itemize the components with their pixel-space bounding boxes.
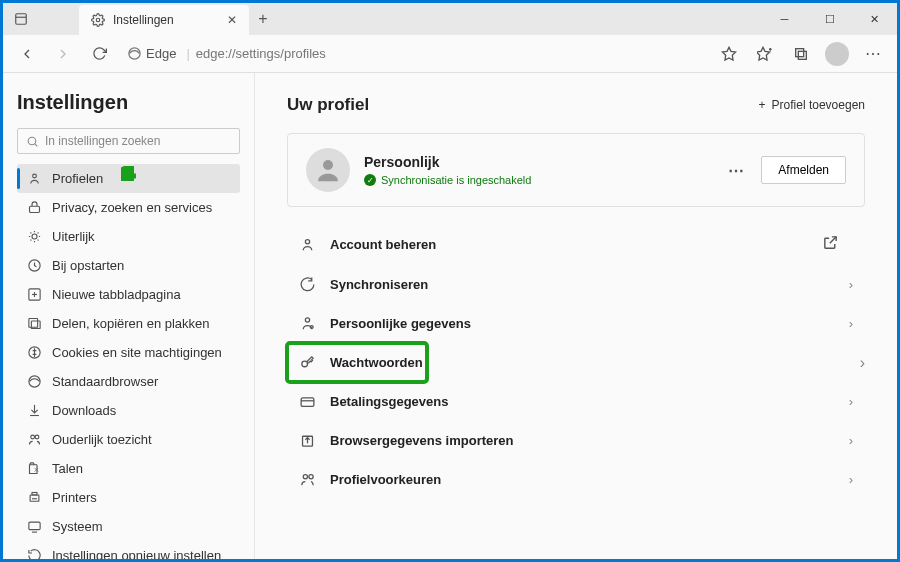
more-button[interactable]: ⋯	[857, 38, 889, 70]
svg-rect-8	[798, 51, 806, 59]
chevron-right-icon: ›	[849, 394, 853, 409]
chevron-right-icon: ›	[849, 472, 853, 487]
sidebar-icon	[27, 548, 42, 559]
minimize-button[interactable]: ─	[762, 3, 807, 35]
sidebar-icon	[27, 287, 42, 302]
menu-item-label: Synchroniseren	[330, 277, 428, 292]
favorites-button[interactable]	[749, 38, 781, 70]
svg-rect-13	[30, 206, 40, 212]
sidebar-item-nieuwe-tabbladpagina[interactable]: Nieuwe tabbladpagina	[17, 280, 240, 309]
svg-rect-0	[16, 14, 27, 25]
sidebar-item-label: Nieuwe tabbladpagina	[52, 287, 181, 302]
menu-icon	[299, 276, 316, 293]
signout-button[interactable]: Afmelden	[761, 156, 846, 184]
svg-marker-4	[722, 47, 735, 60]
svg-point-36	[305, 318, 309, 322]
svg-rect-39	[301, 398, 314, 407]
svg-rect-19	[29, 319, 38, 328]
sidebar-item-ouderlijk-toezicht[interactable]: Ouderlijk toezicht	[17, 425, 240, 454]
svg-point-43	[303, 475, 307, 479]
sidebar-item-label: Standaardbrowser	[52, 374, 158, 389]
profile-card: Persoonlijk ✓ Synchronisatie is ingescha…	[287, 133, 865, 207]
svg-point-11	[33, 174, 37, 178]
sidebar-item-cookies-en-site-machtigingen[interactable]: Cookies en site machtigingen	[17, 338, 240, 367]
sidebar-item-talen[interactable]: Talen	[17, 454, 240, 483]
svg-rect-7	[796, 48, 804, 56]
menu-item-betalingsgegevens[interactable]: Betalingsgegevens›	[287, 382, 865, 421]
menu-item-label: Wachtwoorden	[330, 355, 423, 370]
svg-point-2	[96, 18, 100, 22]
menu-item-synchroniseren[interactable]: Synchroniseren›	[287, 265, 865, 304]
profile-more-button[interactable]: ⋯	[728, 161, 745, 180]
menu-icon	[299, 315, 316, 332]
sidebar-item-label: Profielen	[52, 171, 103, 186]
sidebar-icon	[27, 258, 42, 273]
read-aloud-button[interactable]	[713, 38, 745, 70]
menu-item-profielvoorkeuren[interactable]: Profielvoorkeuren›	[287, 460, 865, 499]
sidebar-item-uiterlijk[interactable]: Uiterlijk	[17, 222, 240, 251]
svg-line-10	[35, 143, 38, 146]
svg-point-14	[32, 234, 37, 239]
menu-item-label: Account beheren	[330, 237, 436, 252]
search-icon	[26, 135, 39, 148]
sidebar-icon	[27, 490, 42, 505]
sidebar-item-instellingen-opnieuw-instellen[interactable]: Instellingen opnieuw instellen	[17, 541, 240, 559]
sidebar-icon	[27, 432, 42, 447]
maximize-button[interactable]: ☐	[807, 3, 852, 35]
browser-tab[interactable]: Instellingen ✕	[79, 5, 249, 35]
sidebar-item-downloads[interactable]: Downloads	[17, 396, 240, 425]
svg-point-22	[29, 376, 40, 387]
sidebar-item-profielen[interactable]: Profielen	[17, 164, 240, 193]
sidebar-icon	[27, 316, 42, 331]
chevron-right-icon: ›	[849, 277, 853, 292]
sidebar-title: Instellingen	[17, 91, 240, 114]
menu-item-wachtwoorden[interactable]: Wachtwoorden	[287, 343, 427, 382]
profile-menu: Account beherenSynchroniseren›Persoonlij…	[287, 223, 865, 499]
svg-point-35	[305, 239, 309, 243]
menu-item-label: Betalingsgegevens	[330, 394, 449, 409]
menu-item-browsergegevens-importeren[interactable]: Browsergegevens importeren›	[287, 421, 865, 460]
profile-avatar[interactable]	[821, 38, 853, 70]
app-icon	[3, 12, 39, 26]
sidebar-item-delen-kopi-ren-en-plakken[interactable]: Delen, kopiëren en plakken	[17, 309, 240, 338]
chevron-right-icon: ›	[849, 316, 853, 331]
browser-name: Edge	[146, 46, 176, 61]
plus-icon: +	[759, 98, 766, 112]
sidebar-item-label: Cookies en site machtigingen	[52, 345, 222, 360]
sidebar-item-privacy-zoeken-en-services[interactable]: Privacy, zoeken en services	[17, 193, 240, 222]
page-title: Uw profiel	[287, 95, 369, 115]
svg-rect-27	[32, 493, 37, 496]
chevron-right-icon: ›	[860, 354, 865, 372]
menu-item-account-beheren[interactable]: Account beheren	[287, 223, 865, 265]
address-bar: Edge | edge://settings/profiles ⋯	[3, 35, 897, 73]
sidebar-item-printers[interactable]: Printers	[17, 483, 240, 512]
svg-point-37	[310, 326, 313, 329]
sidebar-item-label: Instellingen opnieuw instellen	[52, 548, 221, 559]
menu-item-label: Browsergegevens importeren	[330, 433, 514, 448]
svg-point-24	[31, 435, 35, 439]
svg-rect-26	[30, 495, 39, 501]
new-tab-button[interactable]: +	[249, 10, 277, 28]
svg-point-25	[35, 435, 39, 439]
menu-icon	[299, 432, 316, 449]
titlebar: Instellingen ✕ + ─ ☐ ✕	[3, 3, 897, 35]
refresh-button[interactable]	[83, 38, 115, 70]
svg-point-3	[129, 48, 140, 59]
sidebar-item-standaardbrowser[interactable]: Standaardbrowser	[17, 367, 240, 396]
sidebar-item-systeem[interactable]: Systeem	[17, 512, 240, 541]
close-tab-icon[interactable]: ✕	[227, 13, 237, 27]
forward-button[interactable]	[47, 38, 79, 70]
close-button[interactable]: ✕	[852, 3, 897, 35]
sidebar-nav: ProfielenPrivacy, zoeken en servicesUite…	[17, 164, 240, 559]
collections-button[interactable]	[785, 38, 817, 70]
menu-item-persoonlijke-gegevens[interactable]: Persoonlijke gegevens›	[287, 304, 865, 343]
back-button[interactable]	[11, 38, 43, 70]
menu-icon	[299, 471, 316, 488]
sidebar-item-bij-opstarten[interactable]: Bij opstarten	[17, 251, 240, 280]
search-placeholder: In instellingen zoeken	[45, 134, 160, 148]
search-input[interactable]: In instellingen zoeken	[17, 128, 240, 154]
tab-title: Instellingen	[113, 13, 174, 27]
menu-item-label: Persoonlijke gegevens	[330, 316, 471, 331]
add-profile-button[interactable]: + Profiel toevoegen	[759, 98, 865, 112]
url-field[interactable]: Edge | edge://settings/profiles	[119, 46, 709, 61]
